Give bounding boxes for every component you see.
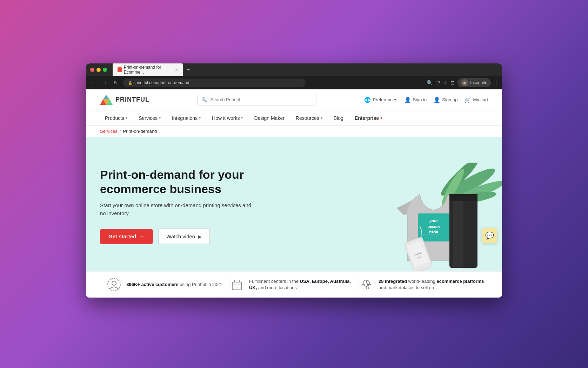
play-icon: ▶ xyxy=(198,234,202,239)
lock-icon: 🔒 xyxy=(128,81,132,85)
signup-label: Sign up xyxy=(442,97,457,102)
svg-marker-3 xyxy=(103,95,109,99)
stat-fulfillment-highlight: USA, Europe, Australia, UK, xyxy=(249,279,351,290)
minimize-button[interactable] xyxy=(96,68,101,72)
chat-icon: 💬 xyxy=(485,231,494,240)
nav-services-label: Services xyxy=(139,115,158,121)
svg-rect-17 xyxy=(449,194,477,201)
address-bar: ← → ↻ 🔒 printful.com/print-on-demand 🔍 🛡… xyxy=(86,76,502,89)
breadcrumb-parent-link[interactable]: Services xyxy=(100,129,118,134)
get-started-label: Get started xyxy=(108,233,136,239)
signin-icon: 👤 xyxy=(405,97,411,103)
breadcrumb-separator: / xyxy=(120,129,121,134)
browser-window: Print-on-demand for Ecomme... ✕ + ← → ↻ … xyxy=(86,63,502,298)
tab-close-button[interactable]: ✕ xyxy=(175,68,178,72)
svg-point-23 xyxy=(112,281,116,285)
title-bar: Print-on-demand for Ecomme... ✕ + xyxy=(86,63,502,76)
hero-section: Print-on-demand for your ecommerce busin… xyxy=(86,137,502,271)
svg-text:your: your xyxy=(429,219,438,223)
website: PRINTFUL 🔍 🌐 Preferences 👤 Sign in 👤 Sig… xyxy=(86,89,502,298)
nav-products-arrow: ▾ xyxy=(126,116,127,120)
split-view-icon[interactable]: ⊡ xyxy=(450,80,455,86)
nav-item-enterprise[interactable]: Enterprise • xyxy=(350,110,387,126)
toolbar-right: 🔍 🛡 ☆ ⊡ 🕵 Incognito ⋮ xyxy=(427,78,499,87)
nav-integrations-arrow: ▾ xyxy=(199,116,201,120)
preferences-icon: 🌐 xyxy=(364,97,371,103)
hero-image: your DESIGN HERE PHONE xyxy=(308,137,502,271)
search-input[interactable] xyxy=(197,94,316,105)
stat-fulfillment-text: Fulfillment centers in the USA, Europe, … xyxy=(249,278,359,291)
nav-enterprise-dot: • xyxy=(380,115,382,121)
hero-content: Print-on-demand for your ecommerce busin… xyxy=(86,137,308,271)
nav-item-integrations[interactable]: Integrations ▾ xyxy=(167,110,206,126)
shield-icon[interactable]: 🛡 xyxy=(435,80,440,86)
stat-platforms-highlight1: 28 integrated xyxy=(379,279,407,284)
nav-products-label: Products xyxy=(105,115,124,121)
browser-tab-active[interactable]: Print-on-demand for Ecomme... ✕ xyxy=(113,63,183,77)
cart-button[interactable]: 🛒 My cart xyxy=(465,97,488,103)
tab-title: Print-on-demand for Ecomme... xyxy=(124,65,173,75)
stat-customers-text: 396K+ active customers using Printful in… xyxy=(126,281,222,288)
signup-button[interactable]: 👤 Sign up xyxy=(434,97,457,103)
logo-icon xyxy=(100,95,113,105)
url-display[interactable]: printful.com/print-on-demand xyxy=(135,80,189,85)
forward-button[interactable]: → xyxy=(101,80,108,86)
watch-video-button[interactable]: Watch video ▶ xyxy=(158,229,210,244)
svg-rect-16 xyxy=(453,194,463,268)
nav-resources-label: Resources xyxy=(296,115,319,121)
arrow-right-icon: → xyxy=(139,233,145,240)
signup-icon: 👤 xyxy=(434,97,440,103)
incognito-avatar: 🕵 xyxy=(461,79,468,86)
stats-bar: 396K+ active customers using Printful in… xyxy=(86,271,502,298)
close-button[interactable] xyxy=(90,68,94,72)
stat-platforms-text: 28 integrated world-leading ecommerce pl… xyxy=(379,278,488,291)
site-nav: Products ▾ Services ▾ Integrations ▾ How… xyxy=(86,110,502,126)
get-started-button[interactable]: Get started → xyxy=(100,229,153,244)
nav-item-how-it-works[interactable]: How it works ▾ xyxy=(207,110,248,126)
nav-resources-arrow: ▾ xyxy=(321,116,322,120)
nav-item-resources[interactable]: Resources ▾ xyxy=(291,110,327,126)
address-wrapper: 🔒 printful.com/print-on-demand xyxy=(123,79,306,87)
new-tab-button[interactable]: + xyxy=(184,66,192,74)
nav-services-arrow: ▾ xyxy=(159,116,161,120)
svg-text:HERE: HERE xyxy=(429,230,438,233)
search-wrapper: 🔍 xyxy=(197,94,316,105)
fulfillment-icon xyxy=(229,277,244,292)
nav-integrations-label: Integrations xyxy=(172,115,198,121)
nav-enterprise-label: Enterprise xyxy=(355,115,379,121)
nav-item-design-maker[interactable]: Design Maker xyxy=(249,110,289,126)
reload-button[interactable]: ↻ xyxy=(112,80,120,86)
nav-blog-label: Blog xyxy=(334,115,343,121)
site-header: PRINTFUL 🔍 🌐 Preferences 👤 Sign in 👤 Sig… xyxy=(86,89,502,110)
signin-button[interactable]: 👤 Sign in xyxy=(405,97,427,103)
hero-title: Print-on-demand for your ecommerce busin… xyxy=(100,168,294,196)
cart-label: My cart xyxy=(473,97,488,102)
preferences-button[interactable]: 🌐 Preferences xyxy=(364,97,397,103)
logo-text: PRINTFUL xyxy=(115,96,149,103)
back-button[interactable]: ← xyxy=(89,80,97,86)
more-options-icon[interactable]: ⋮ xyxy=(494,80,499,86)
stat-platforms-highlight2: ecommerce platforms xyxy=(436,279,484,284)
incognito-label: Incognito xyxy=(470,80,487,85)
product-mockup-image: your DESIGN HERE PHONE xyxy=(369,163,502,271)
header-actions: 🌐 Preferences 👤 Sign in 👤 Sign up 🛒 My c… xyxy=(364,97,488,103)
nav-item-blog[interactable]: Blog xyxy=(329,110,348,126)
cart-icon: 🛒 xyxy=(465,97,471,103)
chat-button[interactable]: 💬 xyxy=(482,228,497,243)
search-icon: 🔍 xyxy=(201,97,207,102)
breadcrumb: Services / Print-on-demand xyxy=(86,126,502,137)
hero-buttons: Get started → Watch video ▶ xyxy=(100,229,294,244)
maximize-button[interactable] xyxy=(103,68,107,72)
svg-text:DESIGN: DESIGN xyxy=(428,225,440,229)
logo-area: PRINTFUL xyxy=(100,95,149,105)
nav-how-it-works-label: How it works xyxy=(212,115,240,121)
nav-item-products[interactable]: Products ▾ xyxy=(100,110,132,126)
customers-icon xyxy=(107,277,121,292)
bookmark-icon[interactable]: ☆ xyxy=(443,80,448,86)
search-toolbar-icon[interactable]: 🔍 xyxy=(427,80,433,86)
incognito-badge: 🕵 Incognito xyxy=(457,78,491,87)
tab-bar: Print-on-demand for Ecomme... ✕ + xyxy=(113,63,192,77)
stat-customers-suffix: using Printful in 2021 xyxy=(180,282,222,287)
nav-item-services[interactable]: Services ▾ xyxy=(134,110,166,126)
stat-fulfillment: Fulfillment centers in the USA, Europe, … xyxy=(229,277,359,292)
